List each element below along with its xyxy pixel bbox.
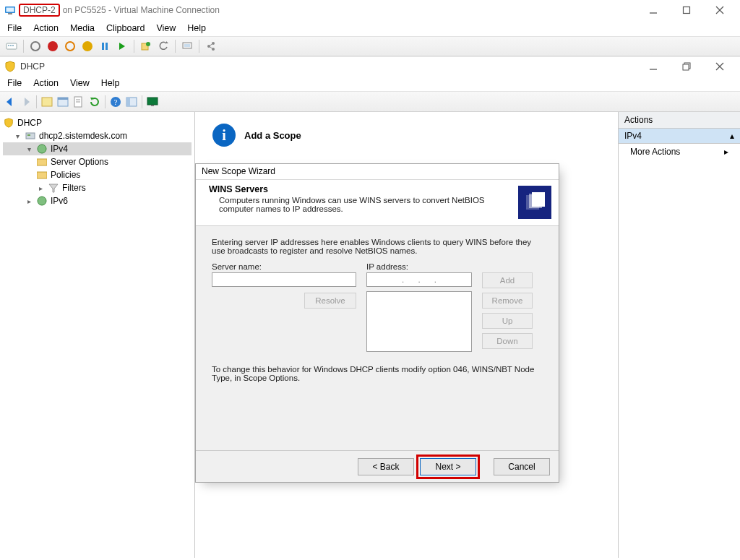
mmc-app-title: DHCP [20,61,45,72]
add-button[interactable]: Add [482,272,533,288]
svg-rect-41 [126,98,130,106]
help-icon[interactable]: ? [108,95,123,109]
tree-filters-label: Filters [62,183,86,193]
enhanced-session-icon[interactable] [180,39,194,53]
wizard-art-icon [518,186,551,219]
mmc-restore-button[interactable] [676,59,697,74]
svg-rect-11 [102,43,104,50]
wizard-header: WINS Servers Computers running Windows c… [196,180,559,226]
revert-icon[interactable] [156,39,171,53]
reset-icon[interactable] [115,39,129,53]
monitor-icon[interactable] [145,95,160,109]
back-button[interactable]: < Back [358,458,414,475]
tree-server-label: dhcp2.sistemdesk.com [39,131,127,141]
mmc-minimize-button[interactable] [643,59,663,74]
refresh-icon[interactable] [87,95,102,109]
tree-server[interactable]: ▾ dhcp2.sistemdesk.com [3,129,192,142]
vm-name-highlight: DHCP-2 [19,4,60,17]
hv-menu-help[interactable]: Help [187,23,206,33]
center-heading: Add a Scope [244,130,301,141]
svg-rect-33 [58,98,68,100]
mmc-menu-view[interactable]: View [70,78,90,88]
ctrl-alt-del-icon[interactable] [4,39,19,53]
minimize-button[interactable] [643,3,663,17]
svg-rect-9 [10,45,12,46]
tree-root-dhcp[interactable]: DHCP [3,116,192,129]
back-icon[interactable] [3,95,17,109]
chevron-right-icon: ▸ [724,147,728,157]
checkpoint-icon[interactable] [139,39,153,53]
start-icon[interactable] [28,39,43,53]
hv-menu-media[interactable]: Media [70,23,95,33]
filter-icon [48,182,59,194]
svg-text:?: ? [114,98,118,106]
svg-rect-45 [27,134,30,136]
shutdown-icon[interactable] [63,39,77,53]
server-name-input[interactable] [212,272,356,287]
remove-button[interactable]: Remove [482,293,533,309]
actions-more[interactable]: More Actions ▸ [619,144,740,160]
expander-icon[interactable]: ▾ [13,132,22,140]
actions-context[interactable]: IPv4 ▴ [619,129,740,144]
hv-menu-clipboard[interactable]: Clipboard [106,23,145,33]
server-icon [25,130,36,142]
svg-rect-4 [684,7,690,14]
tree-ipv6[interactable]: ▸ IPv6 [3,194,192,207]
wizard-note: To change this behavior for Windows DHCP… [212,365,543,382]
expander-icon[interactable]: ▸ [25,197,33,205]
mmc-menu-help[interactable]: Help [101,78,120,88]
folder-icon [36,169,48,181]
tree-policies-label: Policies [51,170,80,180]
view-options-icon[interactable] [124,95,139,109]
export-list-icon[interactable] [72,95,86,109]
close-button[interactable] [710,3,730,17]
cancel-button[interactable]: Cancel [494,458,550,475]
svg-rect-10 [12,45,14,46]
next-button[interactable]: Next > [420,458,476,475]
wizard-intro: Entering server IP addresses here enable… [212,238,543,255]
properties-icon[interactable] [56,95,70,109]
ip-list[interactable] [366,291,472,352]
center-header: i Add a Scope [207,119,606,155]
new-scope-wizard-dialog: New Scope Wizard WINS Servers Computers … [195,163,559,483]
svg-marker-29 [7,98,12,106]
svg-marker-16 [166,41,168,43]
svg-line-23 [210,47,212,48]
maximize-button[interactable] [676,3,697,17]
ipv4-icon [36,143,48,155]
expander-icon[interactable]: ▾ [25,145,33,153]
turnoff-icon[interactable] [46,39,60,53]
vm-icon [4,4,16,16]
mmc-menu-file[interactable]: File [7,78,22,88]
expander-icon[interactable]: ▸ [36,184,45,192]
tree-ipv4-label: IPv4 [51,144,68,154]
tree-policies[interactable]: Policies [3,168,192,181]
hyperv-title-bar: DHCP-2 on PC5525 - Virtual Machine Conne… [0,0,740,20]
svg-point-50 [38,197,46,205]
tree-filters[interactable]: ▸ Filters [3,181,192,194]
pause-icon[interactable] [98,39,112,53]
tree-pane[interactable]: DHCP ▾ dhcp2.sistemdesk.com ▾ IPv4 Serve… [0,112,195,558]
mmc-menu-action[interactable]: Action [33,78,59,88]
up-button[interactable]: Up [482,313,533,329]
actions-more-label: More Actions [630,147,680,157]
chevron-up-icon: ▴ [730,131,734,141]
hv-menu-file[interactable]: File [7,23,22,33]
tree-ipv4[interactable]: ▾ IPv4 [3,142,192,155]
share-icon[interactable] [204,39,218,53]
svg-rect-1 [7,8,14,12]
show-hide-tree-icon[interactable] [40,95,54,109]
wizard-body: Entering server IP addresses here enable… [196,226,559,388]
mmc-close-button[interactable] [710,59,730,74]
hv-menu-view[interactable]: View [156,23,176,33]
tree-server-options[interactable]: Server Options [3,155,192,168]
ip-address-input[interactable] [366,272,472,287]
hv-menu-action[interactable]: Action [33,23,59,33]
svg-marker-13 [119,43,125,50]
ipv6-icon [36,195,48,207]
forward-icon[interactable] [19,95,33,109]
save-state-icon[interactable] [80,39,95,53]
down-button[interactable]: Down [482,333,533,349]
resolve-button[interactable]: Resolve [304,293,356,309]
folder-icon [36,156,48,168]
